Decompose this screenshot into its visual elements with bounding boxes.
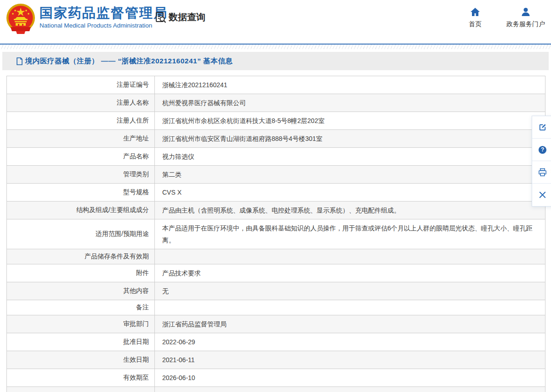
row-label-cell: 注册人住所 (7, 112, 155, 130)
row-label: 有效期至 (123, 374, 149, 381)
row-value-cell: 浙江省杭州市余杭区余杭街道科技大道8-5号8幢2层202室 (155, 112, 545, 130)
row-label-cell: 批准日期 (7, 333, 155, 351)
close-icon (538, 190, 547, 199)
table-row: 注册证编号 浙械注准20212160241 (7, 76, 545, 94)
row-label: 管理类别 (123, 170, 149, 178)
row-label: 生效日期 (123, 356, 149, 363)
table-row: 注册人名称 杭州爱视界医疗器械有限公司 (7, 94, 545, 112)
row-value-cell: 2022-06-29 (155, 333, 545, 351)
floating-tools-panel: 数 ? 常 打 关 (532, 116, 551, 207)
row-label-cell: 结构及组成/主要组成成分 (7, 202, 155, 219)
print-icon (538, 168, 547, 177)
row-value-cell: 杭州爱视界医疗器械有限公司 (155, 94, 545, 112)
row-value-cell: 产品技术要求 (155, 264, 545, 282)
row-label: 结构及组成/主要组成成分 (76, 206, 149, 213)
row-label: 生产地址 (123, 134, 149, 142)
row-label-cell: 附件 (7, 264, 155, 282)
row-label-cell: 管理类别 (7, 166, 155, 184)
table-row: 生效日期 2021-06-11 (7, 351, 545, 369)
side-panel-item-close[interactable]: 关 (532, 184, 551, 206)
breadcrumb-bar: 境内医疗器械（注册） —— “浙械注准20212160241” 基本信息 (2, 52, 549, 70)
nav-home-label: 首页 (469, 20, 482, 28)
row-label-cell: 其他内容 (7, 282, 155, 300)
row-label: 备注 (136, 303, 149, 311)
row-value-cell: 浙江省药品监督管理局 (155, 315, 545, 333)
table-row: 管理类别 第二类 (7, 166, 545, 184)
table-row: 适用范围/预期用途 本产品适用于在医疗环境中，由具备眼科基础知识的人员操作，用于… (7, 219, 545, 249)
row-value-cell: CVS X (155, 184, 545, 202)
row-label-cell: 审批部门 (7, 315, 155, 333)
table-row: 生产地址 浙江省杭州市临安区青山湖街道相府路888号4号楼301室 (7, 130, 545, 148)
user-icon (520, 6, 531, 17)
side-panel-item-print[interactable]: 打 (532, 161, 551, 184)
row-value-cell: 产品由主机（含照明系统、成像系统、电控处理系统、显示系统）、充电配件组成。 (155, 202, 545, 219)
row-label: 型号规格 (123, 188, 149, 196)
side-panel-item-edit[interactable]: 数 (532, 116, 551, 139)
hatch-stripe (0, 45, 551, 49)
row-value-cell: 浙江省杭州市临安区青山湖街道相府路888号4号楼301室 (155, 130, 545, 148)
nav-gov-portal-label: 政务服务门户 (506, 20, 545, 28)
row-label: 批准日期 (123, 338, 149, 345)
row-label-cell: 产品储存条件及有效期 (7, 249, 155, 264)
row-label-cell: 适用范围/预期用途 (7, 219, 155, 249)
data-query-label: 数据查询 (169, 11, 205, 23)
table-row: 批准日期 2022-06-29 (7, 333, 545, 351)
table-row: 结构及组成/主要组成成分 产品由主机（含照明系统、成像系统、电控处理系统、显示系… (7, 202, 545, 219)
row-value-cell: 无 (155, 282, 545, 300)
row-label: 适用范围/预期用途 (96, 230, 149, 237)
row-value-cell: 第二类 (155, 166, 545, 184)
table-row: 审批部门 浙江省药品监督管理局 (7, 315, 545, 333)
org-name-cn: 国家药品监督管理局 (40, 5, 168, 21)
org-name-en: National Medical Products Administration (40, 22, 168, 29)
row-label-cell: 有效期至 (7, 369, 155, 387)
row-label: 注册人名称 (117, 99, 149, 106)
row-label: 产品储存条件及有效期 (85, 252, 149, 260)
row-value-cell: 2026-06-10 (155, 369, 545, 387)
row-label: 其他内容 (123, 287, 149, 294)
org-title-block: 国家药品监督管理局 National Medical Products Admi… (40, 5, 168, 29)
row-value-cell: 浙械注准20212160241 (155, 76, 545, 94)
table-row: 变更情况 生产地址由浙江省杭州市余杭区余杭街道科技大道8-5号8幢2层202室变… (7, 387, 545, 392)
row-value-cell: 生产地址由浙江省杭州市余杭区余杭街道科技大道8-5号8幢2层202室变更为浙江省… (155, 387, 545, 392)
table-row: 产品储存条件及有效期 (7, 249, 545, 264)
nav-gov-portal[interactable]: 政务服务门户 (500, 6, 551, 28)
row-label: 注册人住所 (117, 117, 149, 124)
row-label-cell: 备注 (7, 300, 155, 315)
document-icon (16, 57, 23, 65)
table-row: 产品名称 视力筛选仪 (7, 148, 545, 166)
edit-icon (538, 123, 547, 132)
table-row: 型号规格 CVS X (7, 184, 545, 202)
data-query-tab[interactable]: 数据查询 (155, 11, 205, 23)
row-label-cell: 生产地址 (7, 130, 155, 148)
row-label: 附件 (136, 269, 149, 276)
page-header: 国家药品监督管理局 National Medical Products Admi… (0, 0, 551, 44)
data-query-icon (155, 11, 167, 23)
row-label: 产品名称 (123, 152, 149, 160)
home-icon (470, 6, 481, 17)
help-icon: ? (538, 146, 547, 154)
row-value-cell (155, 300, 545, 315)
row-label: 审批部门 (123, 320, 149, 327)
top-nav: 首页 政务服务门户 (450, 6, 551, 28)
table-row: 注册人住所 浙江省杭州市余杭区余杭街道科技大道8-5号8幢2层202室 (7, 112, 545, 130)
registration-info-table: 注册证编号 浙械注准20212160241 注册人名称 杭州爱视界医疗器械有限公… (6, 76, 545, 392)
row-label-cell: 变更情况 (7, 387, 155, 392)
row-label-cell: 生效日期 (7, 351, 155, 369)
table-row: 备注 (7, 300, 545, 315)
row-value-cell (155, 249, 545, 264)
row-label-cell: 注册证编号 (7, 76, 155, 94)
row-label-cell: 注册人名称 (7, 94, 155, 112)
table-row: 其他内容 无 (7, 282, 545, 300)
row-value-cell: 本产品适用于在医疗环境中，由具备眼科基础知识的人员操作，用于筛查或评估6个月以上… (155, 219, 545, 249)
side-panel-item-help[interactable]: ? 常 (532, 139, 551, 161)
nav-home[interactable]: 首页 (450, 6, 500, 28)
national-emblem-logo (6, 3, 35, 34)
table-row: 附件 产品技术要求 (7, 264, 545, 282)
table-row: 有效期至 2026-06-10 (7, 369, 545, 387)
row-label-cell: 型号规格 (7, 184, 155, 202)
row-label: 注册证编号 (117, 81, 149, 88)
svg-text:?: ? (541, 146, 544, 153)
page-title: 境内医疗器械（注册） —— “浙械注准20212160241” 基本信息 (25, 56, 233, 66)
row-value-cell: 2021-06-11 (155, 351, 545, 369)
row-value-cell: 视力筛选仪 (155, 148, 545, 166)
